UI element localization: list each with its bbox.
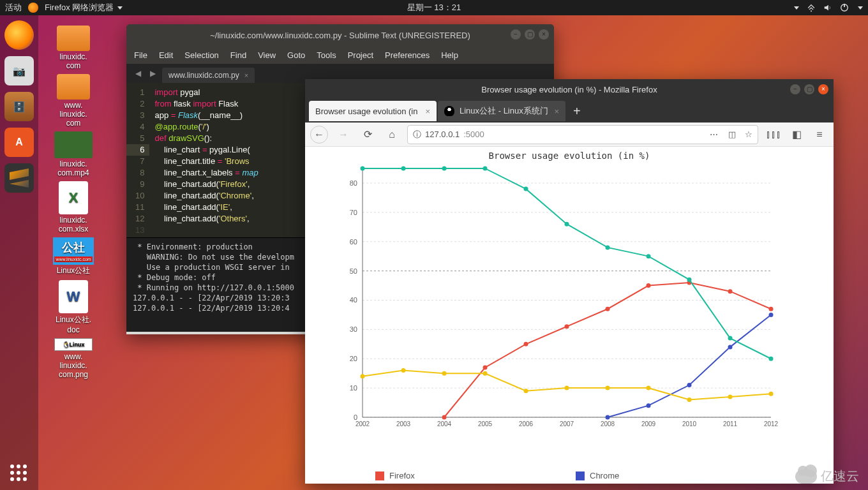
svg-text:2007: 2007 [560,420,574,427]
firefox-titlebar[interactable]: Browser usage evolution (in %) - Mozilla… [305,79,834,100]
svg-point-66 [647,386,651,390]
svg-point-57 [728,336,733,341]
input-source-indicator[interactable] [794,6,799,10]
forward-button[interactable]: → [334,126,352,144]
sublime-menu: File Edit Selection Find View Goto Tools… [126,46,554,64]
svg-point-51 [483,167,488,171]
show-applications[interactable] [10,464,27,481]
svg-text:2012: 2012 [764,420,779,427]
browser-tab[interactable]: Linux公社 - Linux系统门× [438,101,565,121]
legend-item[interactable]: Firefox [375,471,576,480]
line-chart: 0102030405060708020022003200420052006200… [305,162,790,436]
dock-camera[interactable]: 📷 [4,56,34,85]
launcher-dock: 📷 🗄️ A [0,15,38,490]
activities-button[interactable]: 活动 [5,2,22,13]
sidebar-icon[interactable]: ◧ [788,126,805,144]
menu-selection[interactable]: Selection [184,50,218,60]
legend-item[interactable]: Chrome [576,471,776,480]
url-port: :5000 [463,130,484,139]
tux-icon [444,106,454,116]
bookmark-star-icon[interactable]: ☆ [745,130,752,139]
menu-file[interactable]: File [134,50,147,60]
hamburger-menu-icon[interactable]: ≡ [811,126,828,144]
svg-point-65 [606,386,610,390]
svg-point-63 [524,389,528,393]
active-app-label[interactable]: Firefox 网络浏览器 [45,2,123,13]
system-menu-caret-icon[interactable] [858,6,863,10]
svg-point-43 [606,415,610,420]
desktop-folder[interactable]: www. linuxidc. com [45,74,102,128]
browser-tab-active[interactable]: Browser usage evolution (in× [309,101,437,121]
svg-point-64 [565,386,569,390]
sublime-titlebar[interactable]: ~/linuxidc.com/www.linuxidc.com.py - Sub… [126,24,554,46]
tab-scroll-left[interactable]: ◀ [133,69,144,78]
reload-button[interactable]: ⟳ [359,126,377,144]
menu-view[interactable]: View [258,50,276,60]
dock-software[interactable]: A [4,128,34,157]
close-tab-icon[interactable]: × [554,107,559,116]
editor-tab[interactable]: www.linuxidc.com.py× [162,68,255,83]
svg-point-55 [647,254,651,258]
svg-point-52 [524,187,528,191]
svg-text:2008: 2008 [601,420,615,427]
tab-scroll-right[interactable]: ▶ [147,69,158,78]
svg-point-42 [769,307,774,311]
menu-tools[interactable]: Tools [317,50,336,60]
library-icon[interactable]: ⫿⫿⫿ [765,126,782,144]
volume-icon[interactable] [823,3,832,12]
dock-firefox[interactable] [4,20,34,50]
page-actions-icon[interactable]: ⋯ [710,130,719,139]
desktop-png[interactable]: 公社www.linuxidc.comLinux公社 [45,237,102,276]
svg-point-49 [401,167,406,171]
svg-point-39 [647,283,651,288]
menu-find[interactable]: Find [230,50,246,60]
chart-title: Browser usage evolution (in %) [305,147,834,162]
maximize-button[interactable]: ▢ [804,84,814,94]
close-tab-icon[interactable]: × [244,71,248,79]
new-tab-button[interactable]: + [567,104,587,119]
desktop-folder[interactable]: linuxidc. com [45,26,102,70]
svg-text:30: 30 [350,325,357,333]
power-icon[interactable] [840,3,849,12]
svg-point-46 [728,345,733,349]
desktop-video[interactable]: linuxidc. com.mp4 [45,131,102,177]
svg-point-60 [401,368,406,373]
desktop-icons: linuxidc. com www. linuxidc. com linuxid… [45,26,102,379]
svg-point-44 [647,403,651,408]
svg-point-35 [483,366,488,370]
svg-point-67 [687,397,692,402]
menu-preferences[interactable]: Preferences [385,50,430,60]
clock[interactable]: 星期一 13：21 [407,2,461,13]
svg-text:50: 50 [350,267,357,275]
dock-files[interactable]: 🗄️ [4,92,34,121]
menu-edit[interactable]: Edit [159,50,173,60]
close-button[interactable]: × [539,29,549,40]
page-content: Browser usage evolution (in %) 010203040… [305,147,834,484]
svg-text:2004: 2004 [437,420,452,427]
minimize-button[interactable]: − [511,29,521,40]
desktop-png2[interactable]: 🐧Linuxwww. linuxidc. com.png [45,338,102,379]
network-icon[interactable] [807,3,816,12]
reader-icon[interactable]: ◫ [728,130,736,139]
address-bar[interactable]: ⓘ 127.0.0.1:5000 ⋯ ◫ ☆ [407,125,758,144]
cloud-icon [795,470,817,484]
menu-help[interactable]: Help [441,50,458,60]
maximize-button[interactable]: ▢ [525,29,535,40]
firefox-window: Browser usage evolution (in %) - Mozilla… [305,79,834,484]
menu-project[interactable]: Project [348,50,373,60]
dock-sublime[interactable] [4,163,34,193]
svg-point-69 [769,392,774,396]
info-icon[interactable]: ⓘ [413,129,421,140]
close-button[interactable]: × [818,84,828,94]
minimize-button[interactable]: − [790,84,800,94]
svg-rect-1 [844,4,845,7]
svg-text:2006: 2006 [519,420,534,427]
close-tab-icon[interactable]: × [425,107,430,116]
desktop-xlsx[interactable]: Xlinuxidc. com.xlsx [45,181,102,234]
menu-goto[interactable]: Goto [287,50,305,60]
home-button[interactable]: ⌂ [383,126,401,144]
svg-point-50 [442,167,447,171]
desktop-doc[interactable]: WLinux公社. doc [45,280,102,334]
svg-point-61 [442,371,447,376]
back-button[interactable]: ← [310,126,328,144]
